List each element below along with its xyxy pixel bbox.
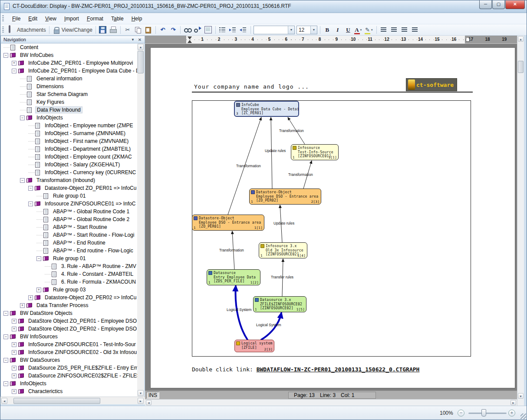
resize-grip[interactable] [520, 413, 526, 419]
tree-item[interactable]: +InfoSource ZINFOSOURCE01 - Test-Info-So… [1, 341, 137, 348]
menu-view[interactable]: View [41, 14, 60, 23]
find-button[interactable] [182, 25, 193, 35]
tree-item[interactable]: −BW DataStore Objects [1, 309, 137, 317]
print-button[interactable] [108, 25, 119, 35]
field-button[interactable] [203, 25, 214, 35]
collapse-icon[interactable]: − [20, 116, 25, 120]
nav-hscrollbar[interactable]: ◄ ► [0, 397, 145, 404]
tree-item[interactable]: InfoObject - Department (ZMABTEIL) [1, 145, 137, 153]
view-change-button[interactable]: View/Change [51, 25, 94, 35]
undo-button[interactable]: ↶ [158, 25, 168, 35]
title-bar[interactable]: CT-DocuEditor: Display - BW-ZMC-PER01_PR… [0, 0, 527, 13]
menu-file[interactable]: File [8, 14, 24, 23]
menu-table[interactable]: Table [107, 14, 128, 23]
tree-item[interactable]: +Rule group 03 [1, 286, 137, 294]
collapse-icon[interactable]: − [3, 381, 8, 386]
chevron-down-icon[interactable]: ▼ [310, 26, 317, 34]
expand-icon[interactable]: + [12, 342, 16, 347]
increase-indent-button[interactable] [228, 25, 238, 35]
tree-item[interactable]: ABAP™ - Global Routine Code 1 [1, 208, 137, 215]
tree-item[interactable]: 4. Rule - Constant - ZMABTEIL [1, 270, 137, 278]
nav-dropdown-button[interactable]: ▼ [130, 37, 136, 43]
tree-item[interactable]: +Datastore-Object ZO_PER02 => InfoCu [1, 294, 137, 301]
italic-button[interactable]: I [333, 25, 343, 35]
doc-hscrollbar[interactable]: ◄ ► [145, 399, 517, 406]
collapse-icon[interactable]: − [3, 311, 8, 316]
zoom-slider-track[interactable] [468, 413, 507, 414]
scroll-up-icon[interactable]: ▲ [518, 36, 524, 42]
ctgraph-link[interactable]: BWDATAFLOW-IN-ZC-PER01_20100131_150622_0… [257, 366, 420, 373]
margin-marker-icon[interactable] [188, 36, 192, 40]
redo-button[interactable]: ↷ [168, 25, 178, 35]
tree-item[interactable]: −Transformation (Inbound) [1, 176, 137, 184]
doc-vscroll-thumb[interactable] [518, 61, 524, 73]
menu-grip[interactable] [2, 15, 4, 22]
nav-vscroll-thumb[interactable] [138, 51, 144, 73]
menu-format[interactable]: Format [83, 14, 107, 23]
tree-item[interactable]: +DataStore Object ZO_PER02 - Employee DS… [1, 325, 137, 333]
align-left-button[interactable] [379, 25, 389, 35]
tree-item[interactable]: −InfoObjects [1, 114, 137, 122]
find-next-button[interactable] [193, 25, 203, 35]
chevron-down-icon[interactable]: ▼ [288, 26, 294, 34]
expand-icon[interactable]: + [36, 288, 41, 292]
font-color-button[interactable]: A ▼ [353, 25, 364, 35]
tree-item[interactable]: +Characterictics [1, 387, 137, 395]
align-right-button[interactable] [399, 25, 410, 35]
align-center-button[interactable] [389, 25, 399, 35]
expand-icon[interactable]: + [12, 319, 16, 324]
scroll-down-icon[interactable]: ▼ [518, 393, 524, 399]
tree-item[interactable]: −Infosource ZINFOSOURCE01 => InfoC [1, 200, 137, 208]
tree-item[interactable]: Rule group 01 [1, 192, 137, 200]
minimize-button[interactable]: ─ [479, 0, 492, 9]
tree-item[interactable]: ABAP™ - Start Routine [1, 223, 137, 231]
tree-item[interactable]: ABAP™ - End routine - Flow-Logic [1, 247, 137, 255]
tree-item[interactable]: ABAP™ - Global Routine Code 2 [1, 215, 137, 223]
underline-button[interactable]: U [343, 25, 353, 35]
doc-vscrollbar[interactable]: ▲ ▼ [517, 36, 524, 406]
close-button[interactable]: ✕ [505, 0, 525, 9]
attachments-button[interactable]: Attachments [7, 25, 47, 35]
tree-item[interactable]: −InfoCube ZC_PER01 - Employee Data Cube … [1, 67, 137, 75]
expand-icon[interactable]: + [12, 374, 16, 378]
tree-item[interactable]: Content [1, 43, 137, 51]
align-justify-button[interactable] [410, 25, 420, 35]
collapse-icon[interactable]: − [28, 186, 33, 191]
font-size-select[interactable]: 12▼ [296, 26, 317, 34]
zoom-out-button[interactable]: − [458, 410, 464, 417]
tree-item[interactable]: InfoObject - Surname (ZMNNAME) [1, 129, 137, 137]
tree-item[interactable]: ABAP™ - Start Routine - Flow-Logi [1, 231, 137, 239]
tree-item[interactable]: Dimensions [1, 83, 137, 90]
tree-item[interactable]: −Rule group 01 [1, 255, 137, 262]
tree-item[interactable]: −BW InfoCubes [1, 51, 137, 59]
collapse-icon[interactable]: − [12, 69, 16, 73]
collapse-icon[interactable]: − [3, 53, 8, 58]
scroll-down-icon[interactable]: ▼ [138, 390, 144, 396]
collapse-icon[interactable]: − [20, 178, 25, 183]
menu-edit[interactable]: Edit [24, 14, 41, 23]
expand-icon[interactable]: + [28, 295, 33, 300]
menu-help[interactable]: Help [128, 14, 146, 23]
tree-item[interactable]: 3. Rule - ABAP™ Routine - ZMV [1, 262, 137, 270]
collapse-icon[interactable]: − [28, 202, 33, 206]
tree-item[interactable]: +Data Transfer Process [1, 301, 137, 309]
expand-icon[interactable]: + [12, 350, 16, 355]
tree-item[interactable]: −BW DataSources [1, 356, 137, 364]
document-page[interactable]: Your company name and logo ... ct-softwa… [150, 47, 515, 388]
tree-item[interactable]: 6. Rule - Formula - ZKMACOUN [1, 278, 137, 286]
expand-icon[interactable]: + [12, 327, 16, 331]
collapse-icon[interactable]: − [3, 334, 8, 339]
tree-item[interactable]: InfoObject - Employee number (ZMPE [1, 122, 137, 129]
maximize-button[interactable]: ▢ [492, 0, 505, 9]
tree-item[interactable]: +InfoCube ZMC_PER01 - Employee Multiprov… [1, 59, 137, 67]
nav-hscroll-thumb[interactable] [13, 398, 100, 404]
tree-item[interactable]: InfoObject - First name (ZMVNAME) [1, 137, 137, 145]
menu-import[interactable]: Import [60, 14, 83, 23]
tree-item[interactable]: +DataStore Object ZO_PER01 - Employee DS… [1, 317, 137, 325]
collapse-icon[interactable]: − [36, 256, 41, 261]
tree-item[interactable]: Data Flow Inbound [1, 106, 137, 114]
tree-item[interactable]: +DataSource ZINFOSOURCE02$ZFILE - ZFILE$… [1, 372, 137, 380]
tree-item[interactable]: Star Schema Diagram [1, 90, 137, 98]
zoom-in-button[interactable]: + [508, 410, 515, 417]
tree-item[interactable]: InfoObject - Employee count (ZKMAC [1, 153, 137, 161]
